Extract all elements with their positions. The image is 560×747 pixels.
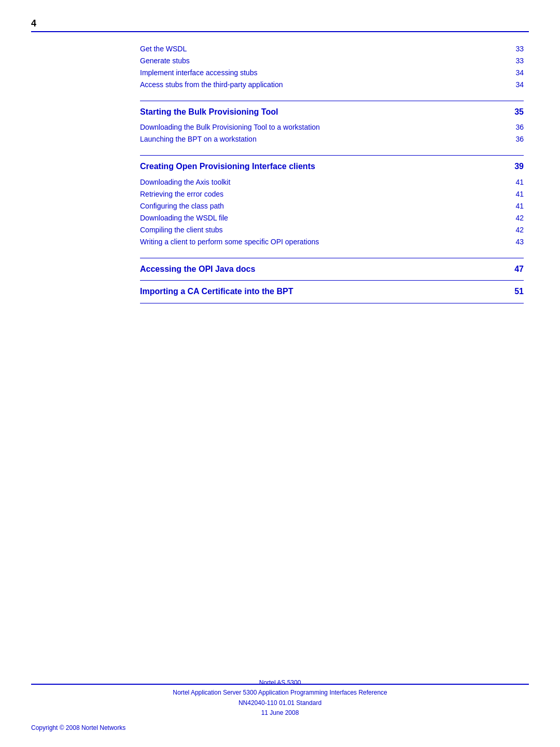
list-item: Get the WSDL 33 — [140, 44, 524, 54]
page: 4 Get the WSDL 33 Generate stubs 33 Impl… — [0, 0, 560, 747]
item-page: 43 — [515, 238, 524, 246]
toc-section-creating-opi: Creating Open Provisioning Interface cli… — [140, 161, 524, 258]
list-item: Launching the BPT on a workstation 36 — [140, 134, 524, 145]
item-label: Access stubs from the third-party applic… — [140, 79, 283, 90]
item-label: Launching the BPT on a workstation — [140, 134, 257, 145]
section-divider — [140, 101, 524, 101]
toc-section-importing-ca: Importing a CA Certificate into the BPT … — [140, 286, 524, 303]
section-divider — [140, 258, 524, 258]
item-page: 41 — [515, 202, 524, 210]
page-number: 4 — [31, 18, 36, 29]
section-heading: Importing a CA Certificate into the BPT — [140, 286, 293, 297]
item-label: Writing a client to perform some specifi… — [140, 237, 319, 247]
item-page: 42 — [515, 214, 524, 222]
footer-center: Nortel AS 5300 Nortel Application Server… — [31, 678, 529, 718]
section-divider — [140, 280, 524, 281]
list-item: Writing a client to perform some specifi… — [140, 237, 524, 247]
item-label: Retrieving the error codes — [140, 189, 223, 200]
toc-section-accessing-opi: Accessing the OPI Java docs 47 — [140, 264, 524, 281]
footer-copyright: Copyright © 2008 Nortel Networks — [31, 724, 125, 731]
section-heading-row: Accessing the OPI Java docs 47 — [140, 264, 524, 275]
item-page: 33 — [515, 45, 524, 53]
section-page: 39 — [514, 162, 524, 171]
sub-items: Downloading the Axis toolkit 41 Retrievi… — [140, 175, 524, 253]
section-heading-row: Creating Open Provisioning Interface cli… — [140, 161, 524, 172]
item-label: Downloading the Bulk Provisioning Tool t… — [140, 122, 320, 133]
list-item: Downloading the Axis toolkit 41 — [140, 177, 524, 188]
item-page: 36 — [515, 123, 524, 131]
item-page: 41 — [515, 190, 524, 198]
list-item: Implement interface accessing stubs 34 — [140, 67, 524, 78]
item-page: 42 — [515, 226, 524, 234]
item-label: Downloading the Axis toolkit — [140, 177, 230, 188]
list-item: Retrieving the error codes 41 — [140, 189, 524, 200]
section-heading-row: Importing a CA Certificate into the BPT … — [140, 286, 524, 297]
section-divider — [140, 303, 524, 303]
toc-section-pre: Get the WSDL 33 Generate stubs 33 Implem… — [140, 42, 524, 101]
toc-section-starting-bulk: Starting the Bulk Provisioning Tool 35 D… — [140, 106, 524, 156]
footer-line2: Nortel Application Server 5300 Applicati… — [31, 688, 529, 698]
item-label: Implement interface accessing stubs — [140, 67, 257, 78]
list-item: Configuring the class path 41 — [140, 201, 524, 212]
sub-items: Downloading the Bulk Provisioning Tool t… — [140, 120, 524, 150]
section-heading: Accessing the OPI Java docs — [140, 264, 255, 275]
item-page: 41 — [515, 178, 524, 186]
item-label: Generate stubs — [140, 56, 190, 66]
footer: Nortel AS 5300 Nortel Application Server… — [31, 678, 529, 731]
list-item: Downloading the WSDL file 42 — [140, 213, 524, 224]
content-area: Get the WSDL 33 Generate stubs 33 Implem… — [140, 42, 524, 309]
section-page: 35 — [514, 107, 524, 117]
section-divider — [140, 155, 524, 156]
item-label: Compiling the client stubs — [140, 225, 223, 236]
section-heading: Creating Open Provisioning Interface cli… — [140, 161, 315, 172]
item-page: 33 — [515, 57, 524, 65]
section-heading: Starting the Bulk Provisioning Tool — [140, 106, 278, 118]
list-item: Generate stubs 33 — [140, 56, 524, 66]
section-page: 51 — [514, 287, 524, 296]
sub-items-pre: Get the WSDL 33 Generate stubs 33 Implem… — [140, 42, 524, 95]
list-item: Downloading the Bulk Provisioning Tool t… — [140, 122, 524, 133]
footer-line1: Nortel AS 5300 — [31, 678, 529, 688]
top-rule — [31, 31, 529, 32]
item-page: 34 — [515, 80, 524, 89]
list-item: Access stubs from the third-party applic… — [140, 79, 524, 90]
item-label: Get the WSDL — [140, 44, 187, 54]
item-label: Downloading the WSDL file — [140, 213, 228, 224]
footer-line4: 11 June 2008 — [31, 708, 529, 718]
item-page: 34 — [515, 68, 524, 77]
section-page: 47 — [514, 265, 524, 274]
item-label: Configuring the class path — [140, 201, 224, 212]
section-heading-row: Starting the Bulk Provisioning Tool 35 — [140, 106, 524, 118]
item-page: 36 — [515, 135, 524, 143]
list-item: Compiling the client stubs 42 — [140, 225, 524, 236]
footer-line3: NN42040-110 01.01 Standard — [31, 698, 529, 708]
